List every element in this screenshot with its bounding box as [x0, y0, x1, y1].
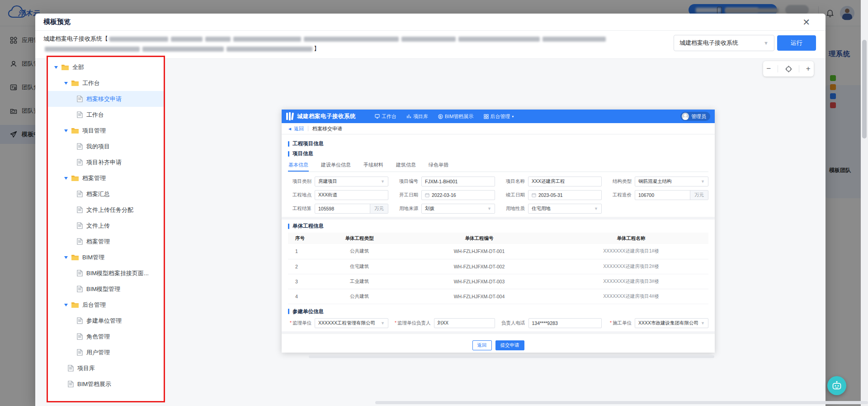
project-location-input[interactable]: XXX街道	[315, 190, 388, 200]
breadcrumb-current: 档案移交申请	[312, 125, 342, 132]
section-single-works: 单体工程信息	[288, 223, 708, 229]
return-button[interactable]: 返回	[472, 340, 492, 350]
tree-item[interactable]: BIM模型管理	[48, 281, 164, 297]
tree-item[interactable]: 角色管理	[48, 329, 164, 344]
project-cost-input[interactable]: 106700万元	[635, 190, 708, 200]
scrollbar-thumb[interactable]	[862, 40, 867, 139]
template-preview-modal: 模板预览 ✕ 城建档案电子接收系统【 】 城建档案电子接收系统 ▼ 运行 全部 …	[35, 14, 826, 406]
preview-horizontal-scrollbar[interactable]	[309, 355, 714, 358]
nav-workbench[interactable]: 工作台	[375, 113, 396, 120]
tree-item[interactable]: 文件上传	[48, 218, 164, 234]
file-icon	[77, 143, 83, 150]
template-description: 城建档案电子接收系统【 】 城建档案电子接收系统 ▼ 运行	[35, 31, 826, 58]
tab-basic-info[interactable]: 基本信息	[288, 160, 309, 172]
folder-icon	[71, 302, 79, 308]
structure-type-select[interactable]: 钢筋混凝土结构▼	[635, 177, 708, 186]
file-icon	[77, 349, 83, 356]
file-icon	[77, 96, 83, 102]
supervision-unit-select[interactable]: XXXXXX工程管理有限公司▼	[315, 318, 388, 328]
caret-down-icon[interactable]	[64, 256, 68, 259]
tree-item[interactable]: 项目补齐申请	[48, 154, 164, 170]
file-icon	[77, 286, 83, 292]
nav-backstage[interactable]: 后台管理 ▾	[484, 113, 514, 120]
tree-item[interactable]: BIM管档展示	[48, 376, 164, 392]
tree-item[interactable]: 参建单位管理	[48, 313, 164, 329]
tree-item[interactable]: 工作台	[48, 75, 164, 91]
file-icon	[77, 333, 83, 340]
supervisor-phone-input[interactable]: 134****9283	[528, 318, 602, 328]
nav-bim-display[interactable]: BIM管档展示	[438, 113, 474, 120]
back-link[interactable]: ◄返回	[288, 125, 304, 132]
caret-down-icon[interactable]	[54, 66, 58, 69]
tree-item[interactable]: BIM管理	[48, 249, 164, 265]
tree-item[interactable]: BIM模型档案挂接页面...	[48, 265, 164, 281]
modal-horizontal-scrollbar[interactable]	[375, 401, 868, 404]
tab-construction-unit[interactable]: 建设单位信息	[321, 160, 351, 172]
caret-down-icon[interactable]	[64, 177, 68, 180]
page-scrollbar[interactable]	[861, 0, 868, 406]
table-row: 4公共建筑WH-FZLHJFXM-DT-004XXXXXXX还建房项目4#楼	[288, 289, 708, 304]
chevron-down-icon: ▼	[487, 206, 491, 211]
tree-item[interactable]: 全部	[48, 59, 164, 75]
app-header: 城建档案电子接收系统 工作台 项目库 BIM管档展示	[282, 110, 715, 123]
land-source-select[interactable]: 划拨▼	[421, 204, 495, 214]
zoom-in-icon[interactable]: +	[806, 65, 811, 72]
zoom-out-icon[interactable]: −	[766, 65, 771, 72]
start-date-picker[interactable]: 2022-03-16	[421, 190, 495, 200]
bim-circle-icon	[438, 114, 443, 119]
tab-procedure-materials[interactable]: 手续材料	[363, 160, 384, 172]
nav-project-library[interactable]: 项目库	[406, 113, 428, 120]
construction-unit-select[interactable]: XXXX市政建设集团有限公司▼	[635, 318, 708, 328]
tree-item[interactable]: 后台管理	[48, 297, 164, 313]
tree-item[interactable]: 文件上传任务分配	[48, 202, 164, 218]
tree-item[interactable]: 档案管理	[48, 234, 164, 249]
tab-building-info[interactable]: 建筑信息	[396, 160, 416, 172]
project-name-input[interactable]: XXX还建房工程	[528, 177, 602, 186]
folder-icon	[71, 175, 79, 181]
caret-down-icon[interactable]	[64, 304, 68, 306]
description-suffix: 】	[314, 45, 320, 52]
file-icon	[77, 222, 83, 229]
admin-user-badge[interactable]: 管理员	[680, 112, 710, 121]
tree-item[interactable]: 档案管理	[48, 170, 164, 186]
table-row: 2住宅建筑WH-FZLHJFXM-DT-002XXXXXXX还建房项目2#楼	[288, 259, 708, 274]
run-button[interactable]: 运行	[777, 35, 816, 51]
assistant-robot-button[interactable]	[827, 376, 846, 395]
caret-down-icon[interactable]	[64, 82, 68, 85]
monitor-icon	[375, 114, 380, 119]
crosshair-icon[interactable]	[785, 65, 793, 73]
close-icon[interactable]: ✕	[802, 17, 810, 27]
tree-item[interactable]: 用户管理	[48, 344, 164, 360]
single-works-table: 序号 单体工程类型 单体工程编号 单体工程名称 1公共建筑WH-FZLHJFXM…	[288, 233, 708, 304]
required-mark: *	[395, 320, 396, 325]
tab-green-measures[interactable]: 绿色举措	[428, 160, 449, 172]
chevron-down-icon: ▼	[594, 206, 598, 211]
project-category-select[interactable]: 房建项目▼	[315, 177, 388, 186]
supervisor-name-input[interactable]: 刘XX	[434, 318, 495, 328]
tree-item[interactable]: 我的项目	[48, 139, 164, 154]
tree-item[interactable]: 项目管理	[48, 123, 164, 139]
tree-item[interactable]: 档案汇总	[48, 186, 164, 202]
project-code-input[interactable]: FJXM-1-BH001	[421, 177, 495, 186]
folder-icon	[71, 80, 79, 86]
section-participating-units: 参建单位信息	[288, 308, 708, 315]
submit-application-button[interactable]: 提交申请	[495, 340, 524, 350]
app-footer: 返回 提交申请	[288, 337, 708, 354]
robot-icon	[831, 381, 842, 391]
land-use-select[interactable]: 住宅用地▼	[528, 204, 602, 214]
file-icon	[68, 365, 74, 372]
tree-item[interactable]: 工作台	[48, 107, 164, 123]
folder-icon	[61, 64, 69, 70]
calendar-icon	[532, 193, 536, 197]
app-select-value: 城建档案电子接收系统	[679, 38, 738, 48]
chevron-down-icon: ▼	[381, 321, 385, 325]
end-date-picker[interactable]: 2023-05-31	[528, 190, 602, 200]
user-avatar-icon	[682, 113, 689, 120]
caret-down-icon[interactable]	[64, 129, 68, 132]
tree-item[interactable]: 项目库	[48, 360, 164, 376]
project-settlement-input[interactable]: 105598万元	[315, 204, 388, 214]
modal-body: 全部 工作台 档案移交申请 工作台 项目管理 我的项目 项目补齐申请 档案管理 …	[35, 58, 826, 406]
file-icon	[77, 191, 83, 197]
tree-item-selected[interactable]: 档案移交申请	[48, 91, 164, 107]
app-select[interactable]: 城建档案电子接收系统 ▼	[674, 35, 774, 51]
